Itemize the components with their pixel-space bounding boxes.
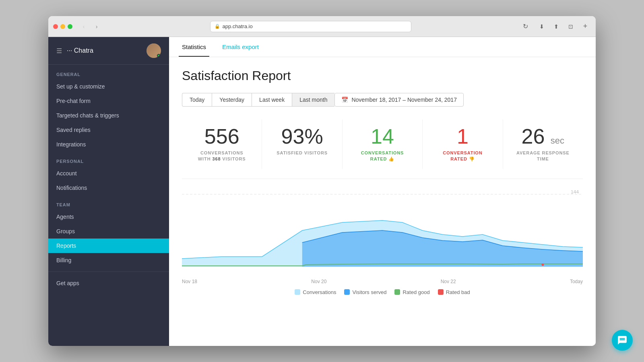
url-text: app.chatra.io bbox=[223, 23, 253, 29]
stat-rated-bad-label: CONVERSATIONRATED 👎 bbox=[426, 150, 499, 162]
chart-svg: 144 bbox=[182, 190, 583, 271]
address-bar: 🔒 app.chatra.io bbox=[210, 21, 411, 32]
chat-bubble-button[interactable] bbox=[612, 330, 633, 351]
stat-conversations-label: CONVERSATIONSWITH 368 VISITORS bbox=[185, 150, 258, 162]
filter-row: Today Yesterday Last week Last month 📅 N… bbox=[182, 93, 583, 107]
tab-emails-export[interactable]: Emails export bbox=[219, 37, 262, 57]
page-title: Satisfaction Report bbox=[182, 68, 583, 83]
stat-conversations: 556 CONVERSATIONSWITH 368 VISITORS bbox=[182, 119, 262, 169]
forward-button[interactable]: › bbox=[92, 22, 101, 31]
filter-yesterday[interactable]: Yesterday bbox=[212, 93, 252, 107]
filter-today[interactable]: Today bbox=[182, 93, 212, 107]
svg-point-4 bbox=[541, 263, 544, 266]
stats-row: 556 CONVERSATIONSWITH 368 VISITORS 93% S… bbox=[182, 119, 583, 179]
stat-satisfied: 93% SATISFIED VISITORS bbox=[262, 119, 342, 169]
legend-rated-good-dot bbox=[394, 289, 400, 295]
app-body: ☰ ··· Chatra GENERAL Set up & customize … bbox=[48, 37, 596, 346]
chart-legend: Conversations Visitors served Rated good… bbox=[182, 289, 583, 295]
minimize-button[interactable] bbox=[60, 24, 65, 29]
stat-response-time-number: 26 sec bbox=[506, 126, 580, 147]
sidebar-item-saved-replies[interactable]: Saved replies bbox=[48, 123, 169, 137]
stat-satisfied-label: SATISFIED VISITORS bbox=[265, 150, 339, 156]
content-area: Satisfaction Report Today Yesterday Last… bbox=[169, 57, 596, 346]
new-tab-button[interactable]: + bbox=[580, 21, 591, 32]
sidebar-header: ☰ ··· Chatra bbox=[48, 37, 169, 65]
sidebar-item-billing[interactable]: Billing bbox=[48, 253, 169, 267]
stat-rated-good-number: 14 bbox=[346, 126, 419, 147]
browser-chrome: ‹ › 🔒 app.chatra.io ↻ ⬇ ⬆ ⊡ + bbox=[48, 16, 596, 37]
legend-rated-bad-label: Rated bad bbox=[446, 289, 470, 295]
tab-statistics[interactable]: Statistics bbox=[179, 37, 209, 57]
x-label-nov20: Nov 20 bbox=[311, 279, 326, 284]
sidebar-item-get-apps[interactable]: Get apps bbox=[48, 276, 169, 290]
legend-visitors-dot bbox=[344, 289, 350, 295]
legend-visitors: Visitors served bbox=[344, 289, 386, 295]
legend-conversations-label: Conversations bbox=[303, 289, 336, 295]
general-section-label: GENERAL bbox=[48, 65, 169, 79]
calendar-icon: 📅 bbox=[341, 97, 348, 103]
x-label-nov22: Nov 22 bbox=[441, 279, 456, 284]
stat-rated-bad-number: 1 bbox=[426, 126, 499, 147]
chart-x-axis: Nov 18 Nov 20 Nov 22 Today bbox=[182, 277, 583, 286]
x-label-nov18: Nov 18 bbox=[182, 279, 197, 284]
sidebar-item-notifications[interactable]: Notifications bbox=[48, 181, 169, 195]
stat-response-time-label: AVERAGE RESPONSETIME bbox=[506, 150, 580, 162]
stat-satisfied-number: 93% bbox=[265, 126, 339, 147]
avatar[interactable] bbox=[147, 43, 161, 58]
date-range-text: November 18, 2017 – November 24, 2017 bbox=[351, 97, 457, 103]
main-content: Statistics Emails export Satisfaction Re… bbox=[169, 37, 596, 346]
stat-conversations-number: 556 bbox=[185, 126, 258, 147]
fullscreen-button[interactable]: ⊡ bbox=[565, 21, 576, 32]
share-button[interactable]: ⬆ bbox=[551, 21, 562, 32]
legend-rated-good-label: Rated good bbox=[402, 289, 429, 295]
sidebar-item-agents[interactable]: Agents bbox=[48, 210, 169, 224]
sidebar-item-integrations[interactable]: Integrations bbox=[48, 137, 169, 152]
hamburger-icon[interactable]: ☰ bbox=[56, 47, 62, 55]
maximize-button[interactable] bbox=[68, 24, 72, 29]
sidebar: ☰ ··· Chatra GENERAL Set up & customize … bbox=[48, 37, 169, 346]
x-label-today: Today bbox=[570, 279, 583, 284]
back-button[interactable]: ‹ bbox=[79, 22, 89, 31]
chat-bubble-icon bbox=[617, 335, 627, 346]
stat-rated-good: 14 CONVERSATIONSRATED 👍 bbox=[343, 119, 423, 169]
sidebar-divider bbox=[48, 272, 169, 272]
stat-rated-good-label: CONVERSATIONSRATED 👍 bbox=[346, 150, 419, 162]
team-section-label: TEAM bbox=[48, 195, 169, 210]
legend-conversations: Conversations bbox=[295, 289, 336, 295]
browser-window: ‹ › 🔒 app.chatra.io ↻ ⬇ ⬆ ⊡ + ☰ ··· Chat… bbox=[48, 16, 596, 346]
legend-rated-bad: Rated bad bbox=[438, 289, 470, 295]
legend-conversations-dot bbox=[295, 289, 300, 295]
traffic-lights bbox=[53, 24, 72, 29]
sidebar-item-reports[interactable]: Reports bbox=[48, 239, 169, 253]
reload-button[interactable]: ↻ bbox=[523, 23, 528, 30]
sidebar-item-groups[interactable]: Groups bbox=[48, 224, 169, 239]
stat-rated-bad: 1 CONVERSATIONRATED 👎 bbox=[423, 119, 503, 169]
download-button[interactable]: ⬇ bbox=[536, 21, 547, 32]
legend-visitors-label: Visitors served bbox=[352, 289, 386, 295]
chart-container: 144 bbox=[182, 190, 583, 271]
sidebar-item-targeted[interactable]: Targeted chats & triggers bbox=[48, 108, 169, 123]
date-range-button[interactable]: 📅 November 18, 2017 – November 24, 2017 bbox=[334, 93, 464, 107]
browser-actions: ⬇ ⬆ ⊡ bbox=[536, 21, 576, 32]
app-name: ··· Chatra bbox=[67, 47, 142, 54]
personal-section-label: PERSONAL bbox=[48, 152, 169, 166]
close-button[interactable] bbox=[53, 24, 58, 29]
sidebar-item-account[interactable]: Account bbox=[48, 166, 169, 181]
lock-icon: 🔒 bbox=[215, 24, 220, 29]
legend-rated-good: Rated good bbox=[394, 289, 429, 295]
sidebar-item-prechat[interactable]: Pre-chat form bbox=[48, 94, 169, 108]
stat-response-time: 26 sec AVERAGE RESPONSETIME bbox=[503, 119, 583, 169]
filter-last-month[interactable]: Last month bbox=[292, 93, 334, 107]
tabs-bar: Statistics Emails export bbox=[169, 37, 596, 57]
sidebar-item-setup[interactable]: Set up & customize bbox=[48, 79, 169, 94]
filter-last-week[interactable]: Last week bbox=[252, 93, 292, 107]
svg-text:144: 144 bbox=[571, 190, 579, 195]
online-status-dot bbox=[157, 54, 161, 58]
legend-rated-bad-dot bbox=[438, 289, 444, 295]
